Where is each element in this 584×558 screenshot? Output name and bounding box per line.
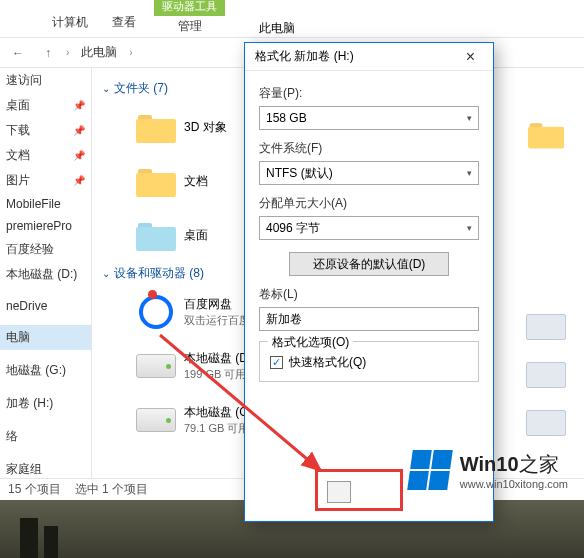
start-button[interactable] [327,481,351,503]
pin-icon: 📌 [73,125,85,136]
windows-logo-icon [407,450,453,490]
ribbon: 计算机 查看 驱动器工具 管理 此电脑 [0,0,584,38]
format-options-group: 格式化选项(O) ✓ 快速格式化(Q) [259,341,479,382]
tree-baidu-exp[interactable]: 百度经验 [0,237,91,262]
status-selected: 选中 1 个项目 [75,481,148,498]
quick-format-checkbox[interactable]: ✓ 快速格式化(Q) [270,354,468,371]
quick-format-label: 快速格式化(Q) [289,354,366,371]
drive-icon[interactable] [526,362,566,388]
tree-mobilefile[interactable]: MobileFile [0,193,91,215]
volume-label-label: 卷标(L) [259,286,479,303]
tree-documents[interactable]: 文档📌 [0,143,91,168]
allocation-select[interactable]: 4096 字节▾ [259,216,479,240]
watermark-brand: Win10 [460,453,519,475]
tab-manage[interactable]: 管理 [170,16,210,37]
tree-drive-d[interactable]: 本地磁盘 (D:) [0,262,91,287]
ribbon-location: 此电脑 [259,20,295,37]
pin-icon: 📌 [73,150,85,161]
pin-icon: 📌 [73,100,85,111]
context-tab-drive-tools[interactable]: 驱动器工具 [154,0,225,16]
chevron-right-icon: › [66,47,69,58]
volume-label-input[interactable]: 新加卷 [259,307,479,331]
tree-pictures[interactable]: 图片📌 [0,168,91,193]
tab-view[interactable]: 查看 [102,8,146,37]
allocation-label: 分配单元大小(A) [259,195,479,212]
close-icon[interactable]: × [458,46,483,68]
tree-this-pc[interactable]: 电脑 [0,325,91,350]
tree-network[interactable]: 络 [0,424,91,449]
drive-icon[interactable] [526,410,566,436]
capacity-select[interactable]: 158 GB▾ [259,106,479,130]
chevron-right-icon: › [129,47,132,58]
tree-downloads[interactable]: 下载📌 [0,118,91,143]
restore-defaults-button[interactable]: 还原设备的默认值(D) [289,252,449,276]
tree-quick-access[interactable]: 速访问 [0,68,91,93]
tree-drive-g[interactable]: 地磁盘 (G:) [0,358,91,383]
chevron-down-icon: ▾ [467,113,472,123]
filesystem-label: 文件系统(F) [259,140,479,157]
nav-up[interactable]: ↑ [36,42,60,64]
watermark-suffix: 之家 [519,453,559,475]
filesystem-select[interactable]: NTFS (默认)▾ [259,161,479,185]
nav-back[interactable]: ← [6,42,30,64]
app-icon [12,15,34,37]
watermark: Win10之家 www.win10xitong.com [410,450,568,490]
dialog-title: 格式化 新加卷 (H:) [255,48,354,65]
tree-drive-h[interactable]: 加卷 (H:) [0,391,91,416]
nav-tree[interactable]: 速访问 桌面📌 下载📌 文档📌 图片📌 MobileFile premiereP… [0,68,92,478]
chevron-down-icon: ▾ [467,223,472,233]
folder-icon[interactable] [528,120,564,149]
format-options-legend: 格式化选项(O) [268,334,353,351]
right-partial-items [526,118,576,436]
breadcrumb-current[interactable]: 此电脑 [75,41,123,64]
watermark-url: www.win10xitong.com [460,478,568,490]
chevron-down-icon: ▾ [467,168,472,178]
tree-homegroup[interactable]: 家庭组 [0,457,91,478]
capacity-label: 容量(P): [259,85,479,102]
tree-desktop[interactable]: 桌面📌 [0,93,91,118]
status-item-count: 15 个项目 [8,481,61,498]
tab-computer[interactable]: 计算机 [42,8,98,37]
pin-icon: 📌 [73,175,85,186]
chevron-down-icon: ⌄ [102,83,110,94]
dialog-titlebar[interactable]: 格式化 新加卷 (H:) × [245,43,493,71]
chevron-down-icon: ⌄ [102,268,110,279]
tree-premierepro[interactable]: premierePro [0,215,91,237]
drive-icon[interactable] [526,314,566,340]
tree-onedrive[interactable]: neDrive [0,295,91,317]
checkbox-icon: ✓ [270,356,283,369]
